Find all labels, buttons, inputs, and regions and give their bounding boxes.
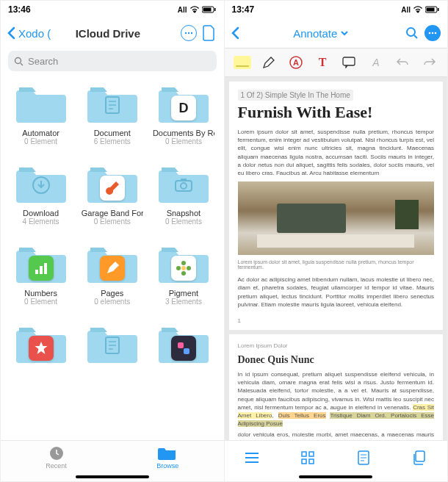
status-bar: 13:47 All [225,1,448,18]
tab-recent[interactable]: Recent [46,445,67,470]
folder-item[interactable]: Pigment3 Elements [151,243,217,306]
folder-item[interactable]: Garage Band For IOS0 Elements [79,163,145,226]
tool-freehand[interactable] [259,52,279,73]
chevron-left-icon [231,26,239,40]
tool-signature[interactable]: A [366,52,386,73]
doc-paragraph: dolor vehicula eros, molestie morbi, ame… [238,431,435,440]
comment-icon [342,57,355,68]
reflow-button[interactable] [355,449,372,467]
svg-rect-17 [40,266,43,274]
nav-bar: Annotate [225,18,448,48]
svg-point-19 [181,266,186,270]
tool-text-circle[interactable]: A [286,52,306,73]
svg-rect-18 [44,263,47,274]
doc-label: Lorem Ipsum Dolor [238,342,435,350]
annotate-pane: 13:47 All Annotate A T A 1 [224,0,449,482]
copy-icon [412,450,427,465]
folder-item[interactable]: Automator0 Element [8,83,74,145]
more-button[interactable] [424,24,441,42]
folder-icon [16,83,66,124]
more-options-button[interactable] [180,24,198,42]
svg-text:A: A [293,58,299,67]
svg-point-6 [15,57,21,63]
svg-point-4 [187,32,189,34]
folder-item[interactable]: Document6 Elements [79,83,145,145]
doc-heading: Furnish With Ease! [238,103,435,122]
folder-item[interactable]: Numbers0 Element [8,243,74,306]
page-number: 1 [238,317,435,324]
chevron-left-icon [7,26,15,40]
tool-text[interactable]: T [312,52,333,73]
folder-count: 0 Elements [165,137,202,145]
folder-item[interactable]: Download4 Elements [8,163,74,226]
mode-dropdown[interactable]: Annotate [242,27,401,40]
svg-point-21 [181,271,186,276]
svg-point-3 [184,32,186,34]
doc-page-2: Lorem Ipsum Dolor Donec Quis Nunc In id … [229,334,444,440]
folder-item[interactable] [79,323,145,369]
status-bar: 13:46 All [1,1,224,18]
folder-count: 4 Elements [23,217,59,226]
home-indicator[interactable] [76,475,149,478]
folder-item[interactable] [151,323,217,369]
tool-comment[interactable] [339,52,359,73]
folder-count: 0 Elements [165,217,202,226]
folder-grid[interactable]: Automator0 ElementDocument6 ElementsDDoc… [1,77,224,440]
folder-name: Automator [22,129,59,137]
svg-point-22 [176,266,181,270]
svg-rect-32 [427,8,435,12]
svg-point-36 [429,32,431,35]
svg-point-14 [181,183,187,189]
folder-count: 6 Elements [94,137,131,145]
status-indicators: All [178,6,217,14]
tabs-button[interactable] [411,449,428,467]
outline-button[interactable] [243,449,261,467]
svg-rect-15 [181,179,187,181]
nav-title: ICloud Drive [39,27,176,40]
status-indicators: All [401,6,440,14]
wifi-icon [189,6,200,13]
svg-rect-47 [302,459,306,464]
doc-caption: Lorem ipsum dolor sit amet, ligula suspe… [238,259,435,270]
wifi-icon [413,6,423,13]
svg-rect-28 [178,342,184,348]
folder-name: Download [23,209,59,217]
folder-name: Pages [101,289,123,298]
folder-item[interactable]: DDocuments By Readdle0 Elements [151,83,217,145]
pencil-icon [262,56,275,69]
search-button[interactable] [403,24,421,42]
undo-icon [396,57,409,68]
battery-icon [202,6,217,13]
tool-highlight[interactable] [232,52,253,73]
home-indicator[interactable] [299,475,372,478]
folder-name: Garage Band For IOS [82,209,143,217]
back-button[interactable] [231,26,239,40]
document-viewer[interactable]: 1 Of 2) Simple Style In The Home Furnish… [225,77,448,440]
folder-count: 3 Elements [165,298,202,306]
svg-line-7 [21,63,23,65]
folder-name: Numbers [24,289,57,298]
svg-rect-45 [302,452,306,456]
svg-point-38 [435,32,437,35]
page-icon [358,450,369,465]
search-icon [405,26,419,40]
doc-page-1: 1 Of 2) Simple Style In The Home Furnish… [229,82,444,330]
tool-undo[interactable] [392,52,413,73]
svg-rect-16 [35,270,38,274]
folder-icon [158,445,177,461]
search-input[interactable]: Search [8,51,217,71]
grid-icon [301,451,314,464]
svg-rect-53 [416,451,424,461]
new-document-button[interactable] [200,24,218,42]
redo-icon [423,57,436,68]
highlight-orange: Duis Tellus Eros [278,412,326,419]
back-button[interactable] [7,26,15,40]
folder-item[interactable]: Pages0 elements [79,243,145,306]
svg-rect-48 [309,459,314,464]
tool-redo[interactable] [419,52,440,73]
thumbnails-button[interactable] [299,449,317,467]
folder-item[interactable] [8,323,74,369]
folder-item[interactable]: Snapshot0 Elements [151,163,217,226]
tab-browse[interactable]: Browse [156,445,178,470]
chevron-down-icon [340,30,349,36]
